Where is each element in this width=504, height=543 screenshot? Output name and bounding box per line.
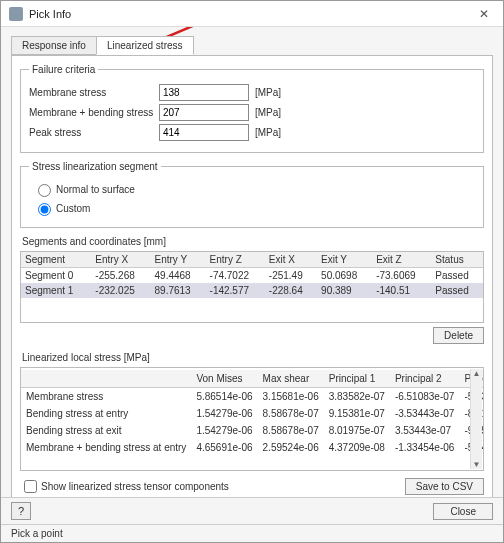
tab-panel: Failure criteria Membrane stress [MPa] M…: [11, 55, 493, 497]
titlebar: Pick Info ✕: [1, 1, 503, 27]
col-entry-y[interactable]: Entry Y: [151, 252, 206, 268]
col-entry-x[interactable]: Entry X: [91, 252, 150, 268]
table-row[interactable]: Membrane stress 5.86514e-06 3.15681e-06 …: [21, 388, 484, 406]
peak-stress-unit: [MPa]: [255, 127, 281, 138]
window-title: Pick Info: [29, 8, 473, 20]
col-status[interactable]: Status: [431, 252, 483, 268]
failure-criteria-group: Failure criteria Membrane stress [MPa] M…: [20, 64, 484, 153]
chevron-down-icon[interactable]: ▼: [473, 460, 481, 469]
peak-stress-input[interactable]: [159, 124, 249, 141]
col-von-mises[interactable]: Von Mises: [191, 370, 257, 388]
table-row[interactable]: Segment 0 -255.268 49.4468 -74.7022 -251…: [21, 268, 483, 284]
table-row[interactable]: Segment 1 -232.025 89.7613 -142.577 -228…: [21, 283, 483, 298]
col-principal-1[interactable]: Principal 1: [324, 370, 390, 388]
col-entry-z[interactable]: Entry Z: [206, 252, 265, 268]
window: Pick Info ✕ Response info Linearized str…: [0, 0, 504, 543]
normal-to-surface-radio[interactable]: [38, 184, 51, 197]
bottom-bar: ? Close: [1, 497, 503, 524]
col-max-shear[interactable]: Max shear: [258, 370, 324, 388]
membrane-stress-input[interactable]: [159, 84, 249, 101]
help-button[interactable]: ?: [11, 502, 31, 520]
local-stress-label: Linearized local stress [MPa]: [22, 352, 484, 363]
local-stress-table: Von Mises Max shear Principal 1 Principa…: [20, 367, 484, 471]
tab-linearized-stress[interactable]: Linearized stress: [96, 36, 194, 55]
mem-bend-stress-label: Membrane + bending stress: [29, 107, 159, 118]
custom-label: Custom: [56, 203, 90, 214]
col-exit-y[interactable]: Exit Y: [317, 252, 372, 268]
failure-criteria-legend: Failure criteria: [29, 64, 98, 75]
chevron-up-icon[interactable]: ▲: [473, 369, 481, 378]
peak-stress-label: Peak stress: [29, 127, 159, 138]
show-tensor-label: Show linearized stress tensor components: [41, 481, 229, 492]
linearization-segment-group: Stress linearization segment Normal to s…: [20, 161, 484, 228]
save-csv-button[interactable]: Save to CSV: [405, 478, 484, 495]
close-button[interactable]: Close: [433, 503, 493, 520]
close-icon[interactable]: ✕: [473, 5, 495, 23]
scrollbar[interactable]: ▲ ▼: [470, 369, 482, 469]
status-bar: Pick a point: [1, 524, 503, 542]
col-principal-2[interactable]: Principal 2: [390, 370, 460, 388]
col-exit-x[interactable]: Exit X: [265, 252, 317, 268]
normal-to-surface-label: Normal to surface: [56, 184, 135, 195]
app-icon: [9, 7, 23, 21]
mem-bend-stress-input[interactable]: [159, 104, 249, 121]
table-row[interactable]: Bending stress at exit 1.54279e-06 8.586…: [21, 422, 484, 439]
linearization-segment-legend: Stress linearization segment: [29, 161, 161, 172]
segments-table: Segment Entry X Entry Y Entry Z Exit X E…: [20, 251, 484, 323]
table-row[interactable]: Bending stress at entry 1.54279e-06 8.58…: [21, 405, 484, 422]
table-row[interactable]: Membrane + bending stress at entry 4.656…: [21, 439, 484, 456]
membrane-stress-unit: [MPa]: [255, 87, 281, 98]
delete-button[interactable]: Delete: [433, 327, 484, 344]
membrane-stress-label: Membrane stress: [29, 87, 159, 98]
mem-bend-stress-unit: [MPa]: [255, 107, 281, 118]
col-segment[interactable]: Segment: [21, 252, 91, 268]
col-exit-z[interactable]: Exit Z: [372, 252, 431, 268]
segments-label: Segments and coordinates [mm]: [22, 236, 484, 247]
content-area: Response info Linearized stress Failure …: [1, 27, 503, 497]
tab-response-info[interactable]: Response info: [11, 36, 97, 55]
show-tensor-checkbox[interactable]: [24, 480, 37, 493]
custom-radio[interactable]: [38, 203, 51, 216]
tab-strip: Response info Linearized stress: [11, 33, 493, 55]
